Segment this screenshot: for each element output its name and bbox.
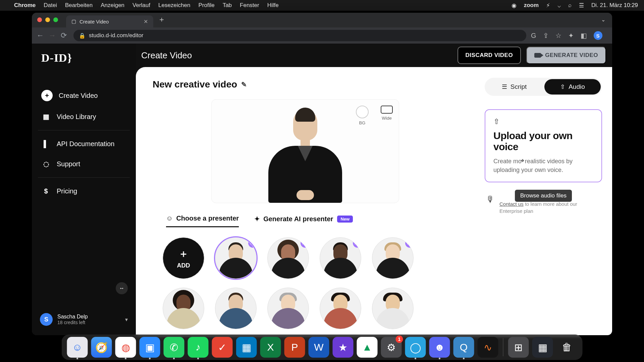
- datetime[interactable]: Di. 21. März 10:29: [591, 2, 638, 9]
- maximize-window-icon[interactable]: [53, 17, 58, 22]
- battery-icon[interactable]: ⚡︎: [546, 2, 550, 9]
- dock-app-finder[interactable]: ☺: [67, 337, 88, 358]
- close-tab-icon[interactable]: ✕: [144, 18, 148, 25]
- menu-item[interactable]: Tab: [223, 2, 232, 9]
- dock-app-chrome[interactable]: ◍: [115, 337, 136, 358]
- tab-label: Script: [511, 83, 527, 90]
- generate-video-button[interactable]: GENERATE VIDEO: [526, 47, 606, 64]
- search-icon[interactable]: ⌕: [568, 2, 572, 9]
- dock-app-quicktime[interactable]: Q: [453, 337, 474, 358]
- wide-button[interactable]: Wide: [381, 106, 393, 125]
- dock-app-powerpoint[interactable]: P: [284, 337, 305, 358]
- zoom-label[interactable]: zoom: [524, 2, 539, 9]
- bookmark-icon[interactable]: ☆: [555, 32, 561, 40]
- presenter-option[interactable]: HQ: [320, 237, 361, 279]
- contact-us-link[interactable]: Contact us: [499, 201, 524, 207]
- edit-title-icon[interactable]: ✎: [241, 80, 247, 88]
- menu-item[interactable]: Verlauf: [132, 2, 150, 9]
- reload-button[interactable]: ⟳: [61, 31, 67, 40]
- microphone-icon: 🎙: [486, 194, 495, 205]
- menu-icon[interactable]: ⋮: [609, 32, 612, 40]
- dock-app-audio[interactable]: ∿: [478, 337, 498, 358]
- dock-separator: [503, 338, 503, 356]
- sidebar: D-ID} + Create Video ▦ Video Library ▌ A…: [32, 44, 136, 335]
- back-button[interactable]: ←: [37, 31, 44, 40]
- person-icon: ☺: [166, 215, 173, 222]
- sidepanel-icon[interactable]: ◧: [581, 32, 587, 40]
- menu-item[interactable]: Anzeigen: [101, 2, 124, 9]
- google-icon[interactable]: G: [531, 32, 536, 40]
- collapse-sidebar-button[interactable]: ↔: [116, 282, 128, 294]
- mac-dock: ☺ 🧭 ◍ ▣ ✆ ♪ ✓ ▦ X P W ★ ▲ ⚙1 ◯ ☻ Q ∿ ⊞ ▦…: [62, 335, 583, 360]
- presenter-option[interactable]: [320, 288, 361, 329]
- tab-audio[interactable]: ⇧ Audio: [544, 79, 601, 95]
- dock-app-imovie[interactable]: ★: [333, 337, 354, 358]
- traffic-lights[interactable]: [37, 17, 58, 22]
- discard-video-button[interactable]: DISCARD VIDEO: [458, 47, 521, 64]
- add-presenter-button[interactable]: ＋ ADD: [163, 237, 204, 279]
- presenter-option[interactable]: [163, 288, 204, 329]
- dock-app[interactable]: ◯: [405, 337, 426, 358]
- app-name[interactable]: Chrome: [14, 2, 36, 9]
- upload-voice-card[interactable]: ⇧ Upload your own voice Create mo realis…: [485, 109, 602, 182]
- extensions-icon[interactable]: ✦: [568, 32, 574, 40]
- tab-generate-ai-presenter[interactable]: ✦ Generate AI presenter New: [254, 215, 353, 227]
- dock-app-zoom[interactable]: ▣: [140, 337, 160, 358]
- control-center-icon[interactable]: ☰: [579, 2, 584, 9]
- dock-app-drive[interactable]: ▲: [357, 337, 378, 358]
- share-icon[interactable]: ⇪: [543, 32, 549, 40]
- dock-app-word[interactable]: W: [309, 337, 329, 358]
- menu-item[interactable]: Datei: [44, 2, 57, 9]
- dock-trash[interactable]: 🗑: [556, 337, 577, 358]
- sidebar-item-create-video[interactable]: + Create Video: [32, 84, 136, 107]
- sidebar-item-api-docs[interactable]: ▌ API Documentation: [32, 134, 136, 154]
- dock-app-settings[interactable]: ⚙1: [381, 337, 402, 358]
- profile-avatar[interactable]: S: [594, 31, 602, 40]
- upload-icon: ⇧: [493, 117, 593, 126]
- sidebar-item-label: Create Video: [59, 92, 98, 100]
- menu-item[interactable]: Lesezeichen: [158, 2, 190, 9]
- tab-overflow-icon[interactable]: ⌄: [601, 16, 605, 23]
- sidebar-item-support[interactable]: ◌ Support: [32, 154, 136, 174]
- presenter-option[interactable]: HQ: [372, 237, 414, 279]
- sidebar-item-pricing[interactable]: $ Pricing: [32, 181, 136, 201]
- dock-app-discord[interactable]: ☻: [429, 337, 450, 358]
- dock-app-spotify[interactable]: ♪: [188, 337, 209, 358]
- tab-label: Audio: [569, 83, 585, 90]
- menu-item[interactable]: Fenster: [240, 2, 259, 9]
- presenter-option[interactable]: HQ: [215, 237, 257, 279]
- dock-app-whatsapp[interactable]: ✆: [164, 337, 184, 358]
- bg-label: BG: [359, 120, 366, 125]
- menu-item[interactable]: Hilfe: [267, 2, 279, 9]
- url-bar[interactable]: 🔒 studio.d-id.com/editor: [73, 30, 526, 41]
- presenter-option[interactable]: [267, 288, 309, 329]
- presenter-option[interactable]: [215, 288, 257, 329]
- tab-choose-presenter[interactable]: ☺ Choose a presenter: [166, 215, 239, 227]
- user-account[interactable]: S Sascha Delp 18 credits left ▾: [32, 308, 136, 335]
- minimize-window-icon[interactable]: [45, 17, 50, 22]
- new-tab-button[interactable]: ＋: [158, 14, 165, 24]
- menu-item[interactable]: Bearbeiten: [65, 2, 93, 9]
- dock-app-launchpad[interactable]: ▦: [532, 337, 553, 358]
- project-title[interactable]: New creative video: [153, 79, 237, 90]
- close-window-icon[interactable]: [37, 17, 42, 22]
- tab-script[interactable]: ☰ Script: [486, 79, 542, 95]
- presenter-option[interactable]: [372, 288, 414, 329]
- lifebuoy-icon: ◌: [41, 159, 51, 169]
- browser-tab[interactable]: ▢ Create Video ✕: [66, 15, 153, 27]
- record-icon[interactable]: ◉: [512, 2, 517, 9]
- sidebar-item-label: Video Library: [57, 113, 96, 121]
- hq-badge: HQ: [248, 238, 257, 248]
- dock-app-todoist[interactable]: ✓: [212, 337, 233, 358]
- presenter-option[interactable]: HQ: [267, 237, 309, 279]
- menu-item[interactable]: Profile: [198, 2, 214, 9]
- dock-app-trello[interactable]: ▦: [236, 337, 257, 358]
- divider: [38, 177, 130, 178]
- logo[interactable]: D-ID}: [32, 52, 136, 64]
- wifi-icon[interactable]: ⌵: [557, 2, 561, 9]
- dock-app-excel[interactable]: X: [260, 337, 281, 358]
- sidebar-item-video-library[interactable]: ▦ Video Library: [32, 107, 136, 127]
- dock-app-safari[interactable]: 🧭: [91, 337, 112, 358]
- dock-app-calculator[interactable]: ⊞: [508, 337, 529, 358]
- background-button[interactable]: BG: [356, 106, 369, 125]
